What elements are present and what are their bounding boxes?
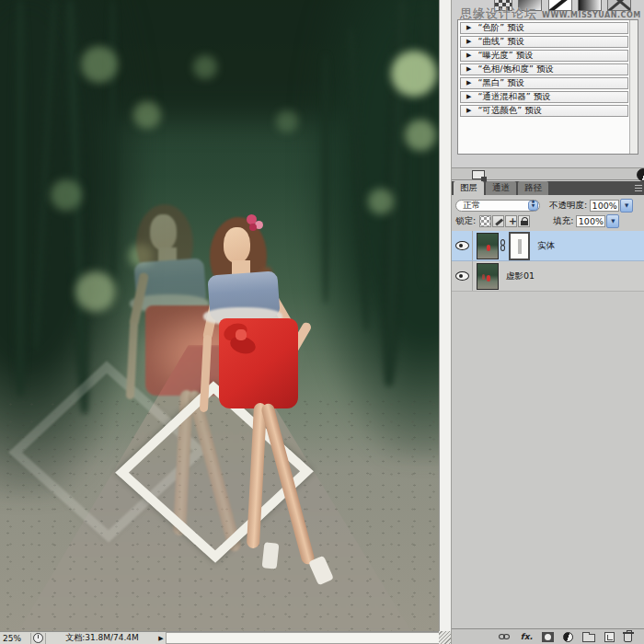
photoshop-workspace: 25% 文档:31.8M/74.4M ▶ 思缘设计论坛 WWW.MISSYUAN… [0,0,644,644]
status-bar: 25% 文档:31.8M/74.4M ▶ [0,631,451,644]
lock-pixels-icon[interactable] [492,215,504,227]
fill-value-field[interactable]: 100% [576,215,605,227]
tab-channels[interactable]: 通道 [486,181,516,195]
preset-group-label: “色相/饱和度” 预设 [477,63,554,75]
layers-panel: 图层 通道 路径 正常 ▲▼ 不透明度: 100% ▼ [452,181,644,644]
preset-group-label: “曝光度” 预设 [477,50,533,62]
expander-icon[interactable]: ▶ [466,52,471,59]
layer-thumbnail[interactable] [477,233,499,259]
expand-panel-icon[interactable] [472,170,485,179]
panel-menu-icon[interactable] [635,185,642,191]
new-adjustment-layer-icon[interactable] [563,632,573,642]
eye-icon [455,271,469,281]
link-layers-icon[interactable] [499,634,512,640]
timing-icon [33,633,43,643]
mask-link-icon[interactable] [500,239,507,252]
blend-mode-select[interactable]: 正常 ▲▼ [455,200,540,212]
model-shoe [262,542,280,569]
fill-dropdown-icon[interactable]: ▼ [606,214,619,228]
expander-icon[interactable]: ▶ [466,25,471,31]
layer-mask-thumbnail[interactable] [509,232,530,260]
visibility-toggle[interactable] [452,231,473,260]
window-resize-grip[interactable] [439,631,451,644]
adjustments-panel-footer [452,167,644,180]
layer-row-solid[interactable]: 实体 [452,231,644,261]
model-shoe [308,556,334,586]
panel-dock: 思缘设计论坛 WWW.MISSYUAN.COM ▶ “色阶” 预设 ▶ “曲线”… [451,0,644,644]
layer-style-icon[interactable]: fx. [521,632,533,641]
opacity-label: 不透明度: [549,200,587,212]
status-menu-button[interactable]: ▶ [156,635,166,642]
shorts-bow [236,329,247,340]
preset-group-levels[interactable]: ▶ “色阶” 预设 [460,22,628,34]
blend-mode-value: 正常 [463,200,480,212]
document-canvas[interactable] [0,0,439,631]
hair-flower [249,224,257,231]
delete-layer-icon[interactable] [624,633,632,642]
preset-group-label: “黑白” 预设 [477,77,524,89]
zoom-level-field[interactable]: 25% [0,634,29,643]
layer-name[interactable]: 虚影01 [506,270,535,282]
opacity-dropdown-icon[interactable]: ▼ [620,199,633,213]
preset-group-label: “色阶” 预设 [477,22,524,34]
adjustment-circle-icon[interactable] [637,168,644,181]
expander-icon[interactable]: ▶ [466,66,471,73]
lock-label: 锁定: [455,215,476,227]
preset-group-label: “通道混和器” 预设 [477,91,550,103]
layer-list: 实体 虚影01 [452,231,644,292]
opacity-value-field[interactable]: 100% [590,200,619,212]
layers-controls: 正常 ▲▼ 不透明度: 100% ▼ 锁定: 填充: [452,195,644,231]
adjustments-presets-list: ▶ “色阶” 预设 ▶ “曲线” 预设 ▶ “曝光度” 预设 ▶ “色相/饱和度… [457,19,638,155]
preset-group-exposure[interactable]: ▶ “曝光度” 预设 [460,50,628,62]
preset-group-channel-mixer[interactable]: ▶ “通道混和器” 预设 [460,91,628,103]
blend-mode-stepper-icon[interactable]: ▲▼ [528,201,538,211]
presets-scrollbar[interactable] [629,20,638,154]
watermark: 思缘设计论坛 WWW.MISSYUAN.COM [460,4,641,22]
preset-group-label: “曲线” 预设 [477,36,524,48]
model-figure [0,0,439,631]
status-divider [45,633,46,644]
lock-transparency-icon[interactable] [479,215,491,227]
preset-group-curves[interactable]: ▶ “曲线” 预设 [460,36,628,48]
preset-group-label: “可选颜色” 预设 [477,105,542,117]
preset-group-selective-color[interactable]: ▶ “可选颜色” 预设 [460,105,628,117]
layers-panel-footer: fx. [452,628,644,644]
preset-group-hue-saturation[interactable]: ▶ “色相/饱和度” 预设 [460,63,628,75]
document-vertical-scrollbar[interactable] [439,0,451,631]
add-layer-mask-icon[interactable] [542,632,554,642]
expander-icon[interactable]: ▶ [466,108,471,114]
panel-tab-bar: 图层 通道 路径 [452,181,644,195]
status-divider [30,633,31,644]
expander-icon[interactable]: ▶ [466,80,471,86]
expander-icon[interactable]: ▶ [466,94,471,100]
lock-position-icon[interactable] [505,215,517,227]
new-layer-icon[interactable] [604,632,615,642]
document-horizontal-scrollbar[interactable] [166,632,450,644]
model-face [224,227,250,263]
visibility-toggle[interactable] [452,261,473,291]
tab-layers[interactable]: 图层 [454,181,484,195]
fill-label: 填充: [553,215,573,227]
tab-paths[interactable]: 路径 [518,181,548,195]
watermark-site-url: WWW.MISSYUAN.COM [542,11,641,19]
new-group-icon[interactable] [582,634,595,642]
watermark-site-name: 思缘设计论坛 [460,6,537,20]
layer-thumbnail[interactable] [477,263,499,290]
lock-all-icon[interactable] [518,215,530,227]
eye-icon [455,241,469,250]
document-size-info: 文档:31.8M/74.4M [48,632,156,644]
preset-group-black-white[interactable]: ▶ “黑白” 预设 [460,77,628,89]
expander-icon[interactable]: ▶ [466,39,471,45]
layer-row-ghost01[interactable]: 虚影01 [452,261,644,292]
layer-name[interactable]: 实体 [537,240,555,252]
